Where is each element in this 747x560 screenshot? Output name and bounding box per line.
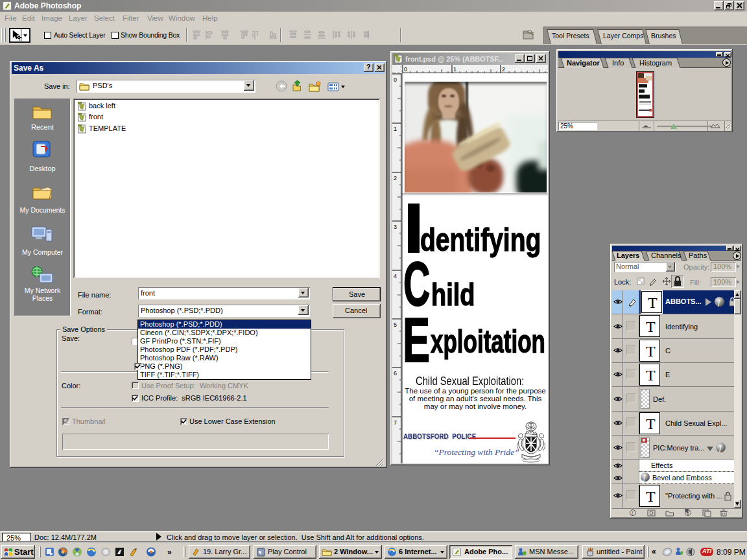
svg-text:0: 0 bbox=[394, 76, 397, 83]
svg-text:0: 0 bbox=[404, 66, 407, 73]
svg-text:5: 5 bbox=[394, 321, 397, 328]
svg-text:4: 4 bbox=[394, 273, 397, 279]
svg-text:1: 1 bbox=[453, 66, 456, 73]
svg-text:6: 6 bbox=[394, 370, 397, 377]
svg-text:f: f bbox=[632, 510, 634, 516]
svg-text:2: 2 bbox=[394, 175, 397, 181]
svg-text:7: 7 bbox=[394, 419, 397, 426]
svg-text:3: 3 bbox=[394, 224, 397, 230]
svg-text:2: 2 bbox=[502, 66, 505, 73]
svg-text:1: 1 bbox=[394, 126, 397, 132]
